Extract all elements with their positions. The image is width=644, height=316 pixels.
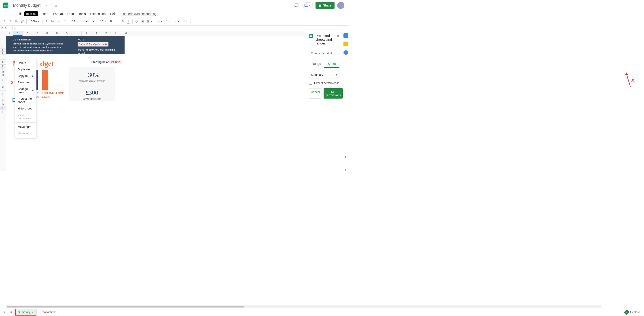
savings-percent: +30% <box>71 71 113 78</box>
tab-sheet[interactable]: Sheet <box>324 60 340 68</box>
sheets-logo[interactable] <box>2 1 10 9</box>
fill-color-icon[interactable]: ◇ <box>134 19 139 24</box>
starting-balance-value[interactable]: £1,000 <box>109 60 122 64</box>
formula-input[interactable] <box>18 26 349 30</box>
zoom-dropdown[interactable]: 100%▼ <box>28 19 41 24</box>
sheet-grid[interactable]: GET STARTED Set your starting balance in… <box>6 36 306 171</box>
dec-dec-btn[interactable]: .0↓ <box>56 19 61 24</box>
stats-panel: +30% Increase in total savings £300 Save… <box>69 67 115 101</box>
ctx-rename[interactable]: Rename <box>15 79 36 86</box>
svg-rect-1 <box>4 5 8 7</box>
savings-percent-label: Increase in total savings <box>71 79 113 83</box>
column-headers[interactable]: A B C D E F G H I J K L M <box>6 31 306 36</box>
banner-heading: GET STARTED <box>13 38 64 41</box>
ctx-copy-to[interactable]: Copy to▶ <box>15 73 36 79</box>
paint-format-icon[interactable]: 🖌 <box>20 19 25 24</box>
banner-text: Set your starting balance in cell L8, th… <box>13 42 64 52</box>
more-icon[interactable]: ⋯ <box>192 19 198 24</box>
set-permissions-button[interactable]: Set permissions <box>324 88 342 99</box>
context-menu: Delete Duplicate Copy to▶ Rename Change … <box>15 58 36 138</box>
protected-ranges-sidebar: Protected sheets and ranges ✕ Range Shee… <box>306 31 342 171</box>
fx-icon: fx <box>12 26 18 30</box>
note-subtext: Try not to alter cells that contain a fo… <box>78 48 124 55</box>
ctx-delete[interactable]: Delete <box>15 60 36 66</box>
share-label: Share <box>323 3 332 7</box>
undo-icon[interactable]: ↶ <box>2 19 7 24</box>
italic-icon[interactable]: I <box>114 19 120 24</box>
close-icon[interactable]: ✕ <box>336 34 340 38</box>
note-highlight: Only edit highlighted cells. <box>78 42 108 46</box>
last-edit-link[interactable]: Last edit was seconds ago <box>122 12 158 16</box>
ctx-change-colour[interactable]: Change colour▶ <box>15 86 36 95</box>
doc-title[interactable]: Monthly budget <box>12 3 42 8</box>
font-dropdown[interactable]: Lato▼ <box>82 19 96 24</box>
select-all-corner[interactable] <box>0 31 6 36</box>
ctx-move-right[interactable]: Move right <box>15 124 36 130</box>
name-box[interactable]: B18▼ <box>0 26 12 30</box>
sidebar-title: Protected sheets and ranges <box>316 34 334 45</box>
share-button[interactable]: Share <box>316 2 334 9</box>
percent-btn[interactable]: % <box>50 19 55 24</box>
halign-dropdown[interactable]: ≡▼ <box>156 19 164 24</box>
numfmt-dropdown[interactable]: 123▼ <box>69 19 80 24</box>
right-rail: + › <box>342 31 349 171</box>
present-button[interactable]: ▼ <box>302 2 313 8</box>
collapse-icon[interactable]: › <box>345 168 346 171</box>
ctx-hide-sheet[interactable]: Hide sheet <box>15 105 36 112</box>
end-balance-label: END BALANCE <box>41 91 64 95</box>
currency-btn[interactable]: £ <box>44 19 49 24</box>
font-size-dropdown[interactable]: 10▼ <box>98 19 105 24</box>
merge-dropdown[interactable]: ⊟▼ <box>146 19 154 24</box>
menu-insert[interactable]: Insert <box>39 11 50 16</box>
avatar[interactable] <box>337 2 344 9</box>
keep-icon[interactable] <box>344 42 348 46</box>
sheets-small-icon <box>309 34 313 38</box>
menu-data[interactable]: Data <box>66 11 76 16</box>
bold-icon[interactable]: B <box>108 19 114 24</box>
sheet-select-dropdown[interactable]: Summary ▼ <box>309 71 340 78</box>
annotation-2: 2. <box>11 80 15 85</box>
move-icon[interactable]: ▢ <box>50 4 52 7</box>
chart-bar-start <box>36 70 38 90</box>
wrap-dropdown[interactable]: ↲▼ <box>173 19 181 24</box>
ctx-duplicate[interactable]: Duplicate <box>15 66 36 73</box>
calendar-icon[interactable] <box>344 33 348 38</box>
dec-inc-btn[interactable]: .00↑ <box>62 19 68 24</box>
ctx-move-left: Move left <box>15 130 36 137</box>
add-icon[interactable]: + <box>344 155 347 159</box>
borders-icon[interactable]: ⊞ <box>140 19 145 24</box>
except-cells-label: Except certain cells <box>314 81 339 85</box>
description-input[interactable] <box>309 50 340 57</box>
star-icon[interactable]: ☆ <box>44 4 47 7</box>
redo-icon[interactable]: ↷ <box>8 19 13 24</box>
rename-tooltip: Rename <box>24 11 38 16</box>
chart-bar-end <box>42 70 48 90</box>
menu-extensions[interactable]: Extensions <box>88 11 107 16</box>
text-color-icon[interactable]: A <box>126 18 131 24</box>
valign-dropdown[interactable]: ⬍▼ <box>164 19 172 24</box>
menu-help[interactable]: Help <box>108 11 118 16</box>
tasks-icon[interactable] <box>344 50 348 55</box>
saved-amount-label: Saved this month <box>71 97 113 101</box>
tab-range[interactable]: Range <box>309 60 324 68</box>
end-balance-value: £1,300 <box>42 95 50 99</box>
strike-icon[interactable]: S <box>120 19 125 24</box>
note-heading: NOTE <box>78 38 124 41</box>
print-icon[interactable]: 🖶 <box>14 19 19 24</box>
menu-tools[interactable]: Tools <box>77 11 88 16</box>
comments-icon[interactable] <box>294 2 300 8</box>
ctx-view-comments: View comments <box>15 112 36 122</box>
cloud-icon[interactable]: ☁ <box>54 4 57 7</box>
cancel-button[interactable]: Cancel <box>309 88 322 99</box>
saved-amount: £300 <box>71 89 113 96</box>
ctx-protect-sheet[interactable]: Protect the sheet <box>15 95 36 105</box>
row-headers[interactable]: 1 2 3 4 5 6 7 8 9 10 11 12 13 14 15 16 1… <box>0 36 6 171</box>
rotate-dropdown[interactable]: ⤢▼ <box>181 19 190 24</box>
svg-rect-6 <box>304 4 308 7</box>
except-cells-checkbox[interactable] <box>309 81 312 85</box>
svg-rect-8 <box>310 35 312 37</box>
menu-format[interactable]: Format <box>51 11 64 16</box>
menu-file[interactable]: File <box>16 11 24 16</box>
